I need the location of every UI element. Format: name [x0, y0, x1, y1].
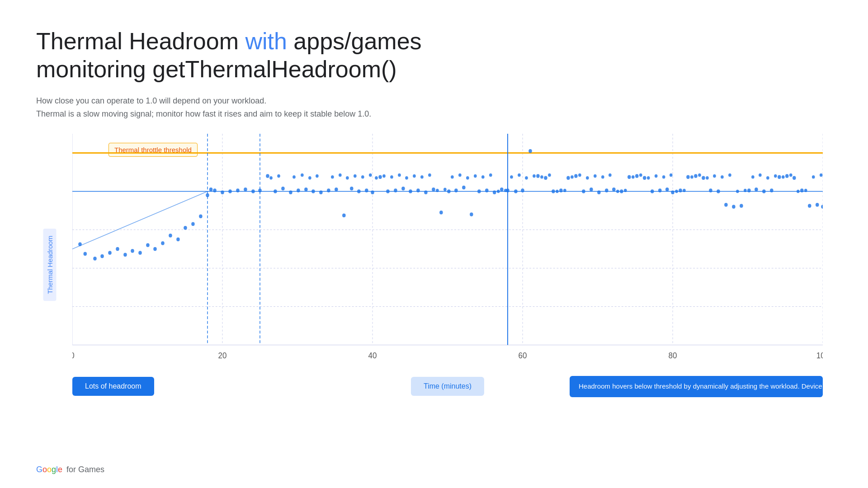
google-logo: Google for Games — [36, 465, 104, 474]
svg-point-78 — [521, 189, 524, 193]
svg-point-73 — [485, 189, 489, 193]
svg-point-37 — [213, 189, 217, 193]
svg-point-118 — [821, 205, 823, 209]
svg-point-80 — [536, 174, 540, 178]
svg-point-71 — [470, 213, 473, 217]
svg-point-174 — [698, 174, 701, 177]
svg-point-164 — [624, 189, 627, 192]
svg-point-101 — [694, 174, 698, 178]
svg-point-180 — [744, 189, 747, 192]
svg-point-46 — [281, 187, 285, 191]
svg-point-43 — [258, 189, 262, 193]
google-g: G — [36, 465, 42, 474]
svg-point-66 — [432, 188, 435, 192]
title-part2: apps/games — [287, 28, 422, 54]
svg-point-170 — [670, 174, 673, 177]
svg-point-106 — [732, 205, 736, 209]
svg-point-183 — [766, 176, 769, 179]
svg-line-17 — [72, 192, 208, 249]
svg-point-24 — [123, 253, 127, 257]
svg-point-157 — [571, 175, 574, 178]
svg-point-31 — [176, 238, 180, 242]
svg-point-146 — [489, 174, 492, 177]
svg-point-155 — [556, 190, 559, 193]
y-axis-label: Thermal Headroom — [43, 229, 57, 301]
svg-point-122 — [301, 174, 304, 177]
svg-point-111 — [770, 189, 774, 193]
svg-point-103 — [709, 189, 712, 193]
svg-point-186 — [789, 174, 793, 177]
subtitle-line2: Thermal is a slow moving signal; monitor… — [36, 108, 832, 121]
svg-point-143 — [466, 176, 469, 179]
page-title: Thermal Headroom with apps/games monitor… — [36, 27, 832, 84]
svg-point-69 — [454, 189, 458, 193]
svg-point-38 — [221, 191, 224, 195]
svg-point-187 — [797, 190, 800, 193]
svg-point-60 — [386, 190, 390, 194]
svg-point-50 — [311, 190, 315, 194]
google-o1: o — [42, 465, 47, 474]
svg-point-130 — [369, 174, 372, 177]
svg-point-92 — [627, 175, 631, 179]
svg-point-137 — [420, 175, 424, 178]
svg-point-147 — [497, 190, 500, 193]
svg-text:40: 40 — [368, 351, 377, 361]
svg-point-159 — [586, 176, 589, 179]
svg-point-49 — [304, 188, 308, 192]
svg-point-168 — [655, 174, 658, 178]
svg-point-112 — [778, 175, 781, 179]
svg-point-182 — [759, 174, 762, 177]
svg-point-82 — [552, 190, 555, 194]
svg-point-77 — [514, 190, 518, 194]
svg-point-172 — [683, 189, 686, 192]
svg-point-132 — [382, 174, 386, 178]
label-time-minutes: Time (minutes) — [411, 377, 484, 396]
svg-point-129 — [361, 175, 364, 178]
svg-point-107 — [740, 204, 743, 208]
chart-area: 0.0 0.2 0.4 0.6 0.8 1.0 0 20 40 60 80 10… — [72, 134, 823, 364]
svg-point-29 — [161, 241, 165, 245]
svg-point-185 — [782, 175, 785, 178]
svg-point-93 — [635, 174, 639, 178]
svg-point-161 — [601, 175, 604, 178]
svg-point-188 — [804, 189, 807, 192]
svg-point-57 — [365, 189, 368, 193]
svg-point-88 — [597, 191, 601, 195]
svg-point-81 — [544, 176, 547, 180]
svg-point-58 — [371, 191, 374, 195]
svg-point-91 — [620, 190, 623, 194]
svg-point-63 — [409, 190, 412, 194]
svg-point-125 — [331, 175, 334, 178]
svg-point-181 — [751, 175, 755, 178]
svg-point-39 — [228, 190, 232, 194]
svg-point-64 — [416, 189, 420, 193]
svg-point-56 — [357, 190, 361, 194]
svg-point-61 — [394, 189, 397, 193]
svg-point-142 — [458, 174, 462, 177]
svg-point-148 — [504, 189, 507, 192]
svg-point-190 — [820, 174, 823, 177]
svg-point-67 — [439, 211, 443, 215]
svg-point-119 — [269, 176, 273, 179]
svg-point-79 — [528, 149, 532, 153]
svg-point-105 — [724, 203, 728, 207]
svg-point-152 — [533, 174, 536, 178]
svg-point-117 — [816, 203, 819, 207]
svg-point-134 — [398, 174, 401, 177]
svg-point-97 — [665, 188, 669, 192]
svg-point-87 — [590, 188, 593, 192]
svg-point-141 — [451, 175, 454, 178]
svg-point-158 — [578, 174, 581, 177]
bottom-labels: Lots of headroom Time (minutes) Headroom… — [72, 377, 823, 396]
svg-point-171 — [675, 190, 678, 193]
svg-point-47 — [289, 191, 292, 195]
svg-point-110 — [762, 190, 766, 194]
svg-point-52 — [327, 189, 330, 193]
svg-point-133 — [390, 175, 393, 178]
svg-point-179 — [736, 190, 739, 193]
svg-text:80: 80 — [669, 351, 677, 361]
svg-point-20 — [93, 257, 97, 261]
svg-point-114 — [793, 176, 796, 180]
svg-point-36 — [209, 188, 213, 192]
svg-point-176 — [713, 174, 716, 178]
